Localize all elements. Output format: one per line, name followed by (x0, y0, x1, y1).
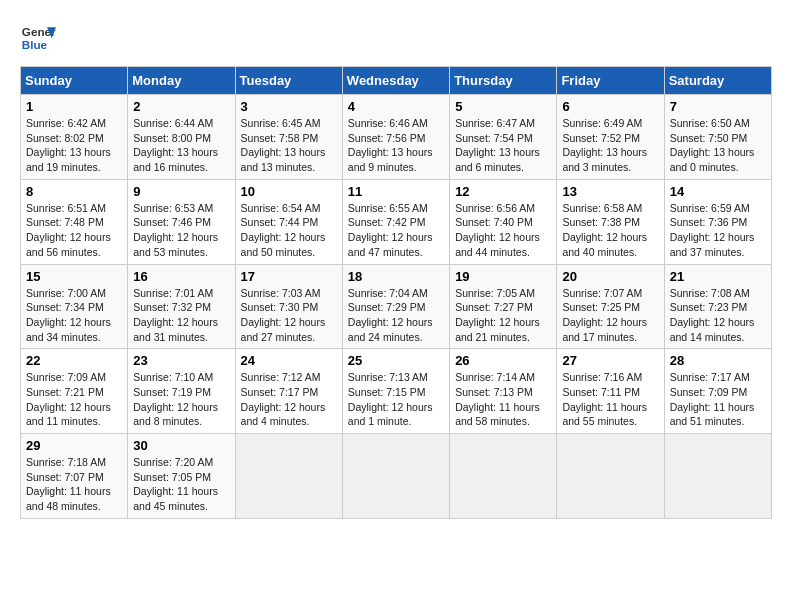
col-header-friday: Friday (557, 67, 664, 95)
day-detail: Sunrise: 7:00 AM Sunset: 7:34 PM Dayligh… (26, 286, 122, 345)
day-cell: 26Sunrise: 7:14 AM Sunset: 7:13 PM Dayli… (450, 349, 557, 434)
week-row-1: 1Sunrise: 6:42 AM Sunset: 8:02 PM Daylig… (21, 95, 772, 180)
day-detail: Sunrise: 7:20 AM Sunset: 7:05 PM Dayligh… (133, 455, 229, 514)
day-cell: 2Sunrise: 6:44 AM Sunset: 8:00 PM Daylig… (128, 95, 235, 180)
day-number: 12 (455, 184, 551, 199)
day-detail: Sunrise: 7:09 AM Sunset: 7:21 PM Dayligh… (26, 370, 122, 429)
day-number: 13 (562, 184, 658, 199)
day-detail: Sunrise: 6:54 AM Sunset: 7:44 PM Dayligh… (241, 201, 337, 260)
day-cell: 20Sunrise: 7:07 AM Sunset: 7:25 PM Dayli… (557, 264, 664, 349)
day-cell (235, 434, 342, 519)
week-row-4: 22Sunrise: 7:09 AM Sunset: 7:21 PM Dayli… (21, 349, 772, 434)
day-detail: Sunrise: 7:13 AM Sunset: 7:15 PM Dayligh… (348, 370, 444, 429)
day-number: 19 (455, 269, 551, 284)
day-number: 15 (26, 269, 122, 284)
day-cell: 15Sunrise: 7:00 AM Sunset: 7:34 PM Dayli… (21, 264, 128, 349)
day-cell: 4Sunrise: 6:46 AM Sunset: 7:56 PM Daylig… (342, 95, 449, 180)
day-number: 2 (133, 99, 229, 114)
day-number: 18 (348, 269, 444, 284)
day-detail: Sunrise: 6:49 AM Sunset: 7:52 PM Dayligh… (562, 116, 658, 175)
logo-icon: General Blue (20, 20, 56, 56)
header-row: SundayMondayTuesdayWednesdayThursdayFrid… (21, 67, 772, 95)
day-detail: Sunrise: 6:53 AM Sunset: 7:46 PM Dayligh… (133, 201, 229, 260)
day-number: 23 (133, 353, 229, 368)
day-cell: 28Sunrise: 7:17 AM Sunset: 7:09 PM Dayli… (664, 349, 771, 434)
week-row-5: 29Sunrise: 7:18 AM Sunset: 7:07 PM Dayli… (21, 434, 772, 519)
day-detail: Sunrise: 6:50 AM Sunset: 7:50 PM Dayligh… (670, 116, 766, 175)
day-number: 9 (133, 184, 229, 199)
day-cell: 6Sunrise: 6:49 AM Sunset: 7:52 PM Daylig… (557, 95, 664, 180)
day-detail: Sunrise: 6:47 AM Sunset: 7:54 PM Dayligh… (455, 116, 551, 175)
day-number: 11 (348, 184, 444, 199)
day-number: 10 (241, 184, 337, 199)
day-detail: Sunrise: 7:05 AM Sunset: 7:27 PM Dayligh… (455, 286, 551, 345)
day-cell: 9Sunrise: 6:53 AM Sunset: 7:46 PM Daylig… (128, 179, 235, 264)
week-row-3: 15Sunrise: 7:00 AM Sunset: 7:34 PM Dayli… (21, 264, 772, 349)
calendar-table: SundayMondayTuesdayWednesdayThursdayFrid… (20, 66, 772, 519)
svg-text:Blue: Blue (22, 38, 48, 51)
day-cell: 30Sunrise: 7:20 AM Sunset: 7:05 PM Dayli… (128, 434, 235, 519)
day-detail: Sunrise: 6:59 AM Sunset: 7:36 PM Dayligh… (670, 201, 766, 260)
col-header-wednesday: Wednesday (342, 67, 449, 95)
day-detail: Sunrise: 6:46 AM Sunset: 7:56 PM Dayligh… (348, 116, 444, 175)
day-detail: Sunrise: 6:42 AM Sunset: 8:02 PM Dayligh… (26, 116, 122, 175)
day-detail: Sunrise: 6:51 AM Sunset: 7:48 PM Dayligh… (26, 201, 122, 260)
day-cell (557, 434, 664, 519)
day-detail: Sunrise: 7:10 AM Sunset: 7:19 PM Dayligh… (133, 370, 229, 429)
day-detail: Sunrise: 7:12 AM Sunset: 7:17 PM Dayligh… (241, 370, 337, 429)
day-number: 21 (670, 269, 766, 284)
day-cell (664, 434, 771, 519)
day-cell: 29Sunrise: 7:18 AM Sunset: 7:07 PM Dayli… (21, 434, 128, 519)
day-number: 4 (348, 99, 444, 114)
day-cell: 22Sunrise: 7:09 AM Sunset: 7:21 PM Dayli… (21, 349, 128, 434)
col-header-monday: Monday (128, 67, 235, 95)
day-detail: Sunrise: 7:03 AM Sunset: 7:30 PM Dayligh… (241, 286, 337, 345)
day-number: 6 (562, 99, 658, 114)
day-detail: Sunrise: 7:07 AM Sunset: 7:25 PM Dayligh… (562, 286, 658, 345)
day-cell (450, 434, 557, 519)
day-detail: Sunrise: 6:45 AM Sunset: 7:58 PM Dayligh… (241, 116, 337, 175)
day-number: 27 (562, 353, 658, 368)
day-detail: Sunrise: 6:55 AM Sunset: 7:42 PM Dayligh… (348, 201, 444, 260)
day-number: 14 (670, 184, 766, 199)
day-number: 16 (133, 269, 229, 284)
day-number: 26 (455, 353, 551, 368)
day-detail: Sunrise: 6:44 AM Sunset: 8:00 PM Dayligh… (133, 116, 229, 175)
day-cell: 13Sunrise: 6:58 AM Sunset: 7:38 PM Dayli… (557, 179, 664, 264)
day-cell: 14Sunrise: 6:59 AM Sunset: 7:36 PM Dayli… (664, 179, 771, 264)
day-number: 20 (562, 269, 658, 284)
day-detail: Sunrise: 7:17 AM Sunset: 7:09 PM Dayligh… (670, 370, 766, 429)
col-header-tuesday: Tuesday (235, 67, 342, 95)
day-number: 1 (26, 99, 122, 114)
day-cell: 25Sunrise: 7:13 AM Sunset: 7:15 PM Dayli… (342, 349, 449, 434)
day-cell: 1Sunrise: 6:42 AM Sunset: 8:02 PM Daylig… (21, 95, 128, 180)
day-cell: 24Sunrise: 7:12 AM Sunset: 7:17 PM Dayli… (235, 349, 342, 434)
col-header-sunday: Sunday (21, 67, 128, 95)
day-detail: Sunrise: 7:08 AM Sunset: 7:23 PM Dayligh… (670, 286, 766, 345)
day-number: 22 (26, 353, 122, 368)
day-detail: Sunrise: 7:01 AM Sunset: 7:32 PM Dayligh… (133, 286, 229, 345)
day-number: 25 (348, 353, 444, 368)
day-cell: 23Sunrise: 7:10 AM Sunset: 7:19 PM Dayli… (128, 349, 235, 434)
day-cell (342, 434, 449, 519)
day-cell: 10Sunrise: 6:54 AM Sunset: 7:44 PM Dayli… (235, 179, 342, 264)
day-cell: 19Sunrise: 7:05 AM Sunset: 7:27 PM Dayli… (450, 264, 557, 349)
day-detail: Sunrise: 7:04 AM Sunset: 7:29 PM Dayligh… (348, 286, 444, 345)
col-header-saturday: Saturday (664, 67, 771, 95)
day-cell: 7Sunrise: 6:50 AM Sunset: 7:50 PM Daylig… (664, 95, 771, 180)
day-cell: 18Sunrise: 7:04 AM Sunset: 7:29 PM Dayli… (342, 264, 449, 349)
day-cell: 16Sunrise: 7:01 AM Sunset: 7:32 PM Dayli… (128, 264, 235, 349)
day-cell: 11Sunrise: 6:55 AM Sunset: 7:42 PM Dayli… (342, 179, 449, 264)
day-number: 8 (26, 184, 122, 199)
day-number: 28 (670, 353, 766, 368)
day-number: 5 (455, 99, 551, 114)
logo: General Blue (20, 20, 56, 56)
col-header-thursday: Thursday (450, 67, 557, 95)
day-detail: Sunrise: 7:18 AM Sunset: 7:07 PM Dayligh… (26, 455, 122, 514)
day-number: 3 (241, 99, 337, 114)
day-cell: 12Sunrise: 6:56 AM Sunset: 7:40 PM Dayli… (450, 179, 557, 264)
day-cell: 8Sunrise: 6:51 AM Sunset: 7:48 PM Daylig… (21, 179, 128, 264)
day-cell: 17Sunrise: 7:03 AM Sunset: 7:30 PM Dayli… (235, 264, 342, 349)
day-number: 29 (26, 438, 122, 453)
day-cell: 27Sunrise: 7:16 AM Sunset: 7:11 PM Dayli… (557, 349, 664, 434)
